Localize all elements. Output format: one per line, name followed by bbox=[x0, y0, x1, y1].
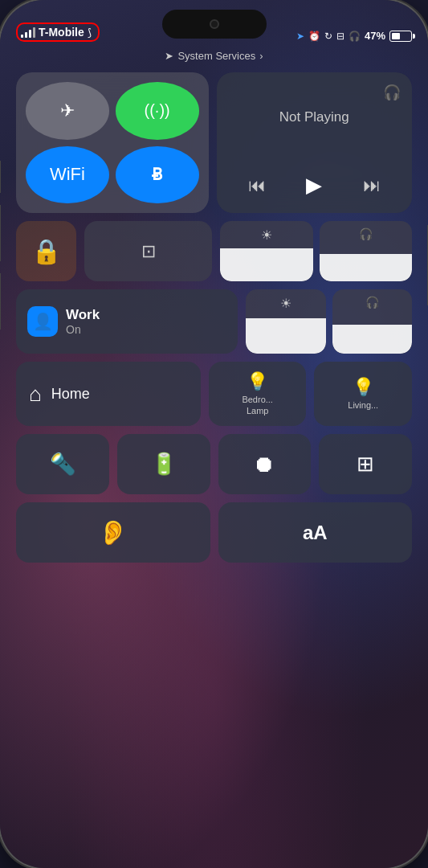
wifi-button[interactable]: WiFi bbox=[26, 146, 109, 204]
battery-lock-icon: ⊟ bbox=[336, 31, 344, 42]
airpods-icon: 🎧 bbox=[383, 84, 401, 101]
living-lamp-button[interactable]: 💡 Living... bbox=[314, 362, 412, 426]
media-controls: ⏮ ▶ ⏭ bbox=[228, 169, 402, 202]
home-row: ⌂ Home 💡 Bedro...Lamp 💡 Living... bbox=[16, 362, 412, 426]
battery-fill bbox=[392, 33, 400, 39]
focus-mode-status: On bbox=[66, 323, 100, 336]
cellular-icon: ((·)) bbox=[145, 101, 170, 120]
chevron-right-icon: › bbox=[259, 50, 263, 62]
screen-lock-rotation-button[interactable]: 🔒 bbox=[16, 221, 76, 281]
signal-bar-1 bbox=[21, 35, 23, 38]
location-services-icon: ➤ bbox=[165, 50, 173, 62]
next-track-button[interactable]: ⏭ bbox=[359, 171, 385, 200]
dynamic-island bbox=[162, 10, 267, 39]
signal-bar-2 bbox=[25, 32, 27, 38]
control-center: ✈ ((·)) WiFi Ƀ 🎧 Not Playing bbox=[16, 72, 412, 844]
carrier-highlight: T-Mobile ⟆ bbox=[16, 23, 100, 42]
mute-switch bbox=[0, 161, 1, 193]
play-pause-button[interactable]: ▶ bbox=[302, 169, 326, 202]
sync-icon: ↻ bbox=[324, 31, 332, 42]
battery-percent: 47% bbox=[365, 30, 385, 42]
tools-row: 🔦 🔋 ⏺ ⊞ bbox=[16, 434, 412, 494]
flashlight-button[interactable]: 🔦 bbox=[16, 434, 109, 494]
brightness-slider[interactable]: ☀ bbox=[220, 221, 312, 281]
screen-record-button[interactable]: ⏺ bbox=[218, 434, 312, 494]
volume-slider[interactable]: 🎧 bbox=[320, 221, 412, 281]
focus-label: Work On bbox=[66, 307, 100, 336]
volume-icon-alt: 🎧 bbox=[365, 296, 379, 309]
slider-group: ☀ 🎧 bbox=[220, 221, 412, 281]
status-right: ➤ ⏰ ↻ ⊟ 🎧 47% bbox=[296, 30, 412, 42]
front-camera bbox=[210, 19, 219, 29]
living-lamp-icon: 💡 bbox=[353, 377, 374, 398]
text-size-icon: aA bbox=[303, 522, 328, 544]
accessibility-row: 👂 aA bbox=[16, 502, 412, 563]
phone-frame: T-Mobile ⟆ ➤ ⏰ ↻ ⊟ 🎧 47% ➤ System Servic… bbox=[0, 0, 428, 868]
second-row: 🔒 ⊡ ☀ 🎧 bbox=[16, 221, 412, 281]
home-icon: ⌂ bbox=[29, 382, 42, 407]
signal-bars bbox=[21, 27, 35, 38]
now-playing-block[interactable]: 🎧 Not Playing ⏮ ▶ ⏭ bbox=[217, 72, 413, 213]
system-services-bar[interactable]: ➤ System Services › bbox=[0, 50, 428, 62]
sliders-right: ☀ 🎧 bbox=[246, 289, 412, 354]
text-size-button[interactable]: aA bbox=[218, 502, 413, 563]
alarm-icon: ⏰ bbox=[308, 31, 320, 42]
brightness-fill-alt bbox=[246, 318, 325, 354]
hearing-icon: 👂 bbox=[98, 518, 128, 547]
volume-icon: 🎧 bbox=[359, 227, 373, 240]
system-services-label: System Services bbox=[177, 50, 255, 62]
focus-person-icon: 👤 bbox=[33, 312, 53, 331]
living-lamp-label: Living... bbox=[348, 400, 378, 411]
bedroom-lamp-button[interactable]: 💡 Bedro...Lamp bbox=[209, 362, 307, 426]
screen-record-icon: ⏺ bbox=[253, 451, 275, 477]
bluetooth-icon: Ƀ bbox=[152, 165, 163, 184]
headphones-icon: 🎧 bbox=[349, 31, 361, 42]
flashlight-icon: 🔦 bbox=[50, 452, 75, 477]
carrier-name: T-Mobile bbox=[39, 26, 84, 39]
brightness-slider-alt[interactable]: ☀ bbox=[246, 289, 325, 354]
bedroom-lamp-icon: 💡 bbox=[247, 371, 268, 392]
calculator-button[interactable]: ⊞ bbox=[319, 434, 412, 494]
volume-up-button bbox=[0, 205, 1, 261]
brightness-icon: ☀ bbox=[261, 227, 272, 243]
airplane-mode-button[interactable]: ✈ bbox=[26, 82, 109, 140]
signal-bar-3 bbox=[29, 30, 31, 38]
previous-track-button[interactable]: ⏮ bbox=[244, 171, 270, 200]
wifi-icon: WiFi bbox=[50, 164, 85, 185]
screen-mirror-button[interactable]: ⊡ bbox=[84, 221, 212, 281]
work-row: 👤 Work On ☀ 🎧 bbox=[16, 289, 412, 354]
top-row: ✈ ((·)) WiFi Ƀ 🎧 Not Playing bbox=[16, 72, 412, 213]
signal-bar-4 bbox=[33, 27, 35, 38]
volume-down-button bbox=[0, 273, 1, 330]
now-playing-title: Not Playing bbox=[228, 109, 402, 169]
bedroom-lamp-label: Bedro...Lamp bbox=[242, 395, 273, 416]
wifi-status-icon: ⟆ bbox=[88, 27, 92, 39]
location-icon: ➤ bbox=[296, 31, 304, 42]
battery-widget-icon: 🔋 bbox=[151, 452, 177, 477]
screen-lock-icon: 🔒 bbox=[31, 237, 61, 265]
focus-icon: 👤 bbox=[27, 306, 58, 337]
calculator-icon: ⊞ bbox=[357, 452, 374, 477]
screen-mirror-icon: ⊡ bbox=[141, 241, 156, 262]
home-label: Home bbox=[51, 386, 90, 403]
connectivity-block: ✈ ((·)) WiFi Ƀ bbox=[16, 72, 209, 213]
focus-mode-button[interactable]: 👤 Work On bbox=[16, 289, 238, 354]
bluetooth-button[interactable]: Ƀ bbox=[116, 146, 199, 204]
now-playing-header: 🎧 bbox=[228, 84, 402, 101]
brightness-icon-alt: ☀ bbox=[280, 296, 291, 311]
airplane-icon: ✈ bbox=[60, 100, 75, 121]
home-button[interactable]: ⌂ Home bbox=[16, 362, 201, 426]
volume-fill bbox=[320, 254, 412, 281]
volume-slider-alt[interactable]: 🎧 bbox=[332, 289, 412, 354]
hearing-button[interactable]: 👂 bbox=[16, 502, 210, 563]
focus-mode-name: Work bbox=[66, 307, 100, 323]
cellular-data-button[interactable]: ((·)) bbox=[116, 82, 199, 140]
brightness-fill bbox=[220, 248, 312, 281]
battery-indicator bbox=[389, 31, 412, 42]
battery-widget-button[interactable]: 🔋 bbox=[117, 434, 210, 494]
volume-fill-alt bbox=[332, 325, 412, 354]
